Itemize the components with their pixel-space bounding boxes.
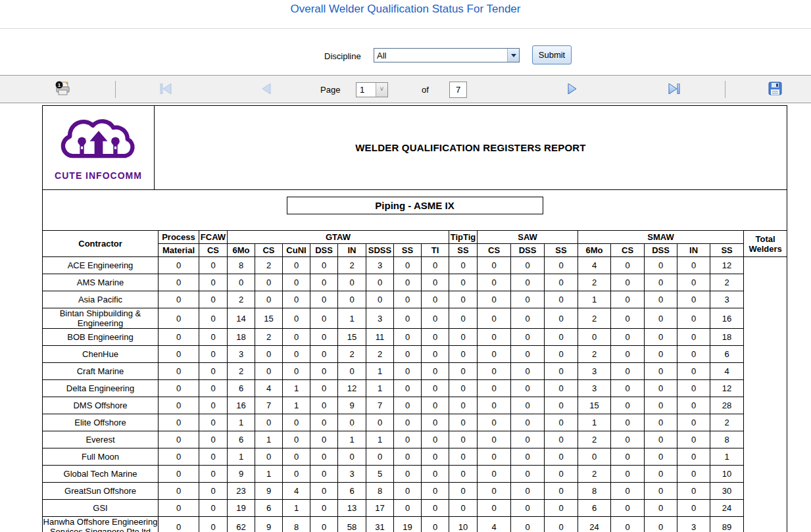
count-cell: 0 (199, 274, 228, 291)
count-cell: 0 (449, 363, 478, 380)
count-cell: 0 (255, 363, 283, 380)
current-page-value: 1 (356, 83, 376, 97)
count-cell: 3 (366, 257, 394, 274)
toolbar-divider (725, 81, 725, 98)
count-cell: 0 (511, 500, 545, 517)
count-cell: 0 (645, 517, 677, 532)
next-page-button[interactable] (567, 84, 578, 96)
first-page-button[interactable] (160, 84, 172, 96)
print-button[interactable]: 1 (54, 80, 71, 99)
count-cell: 0 (578, 329, 611, 346)
total-cell: 12 (710, 257, 744, 274)
contractor-cell: DMS Offshore (43, 397, 159, 414)
count-cell: 0 (283, 466, 310, 483)
count-cell: 1 (283, 380, 310, 397)
count-cell: 31 (366, 517, 394, 532)
count-cell: 0 (511, 329, 545, 346)
count-cell: 0 (645, 414, 677, 431)
material-subheader: 6Mo (578, 244, 611, 257)
material-subheader: DSS (310, 244, 338, 257)
total-cell: 24 (710, 500, 744, 517)
contractor-cell: Everest (43, 431, 159, 448)
discipline-dropdown-button[interactable] (507, 49, 519, 62)
count-cell: 0 (449, 346, 478, 363)
count-cell: 0 (394, 274, 422, 291)
last-page-button[interactable] (668, 84, 681, 96)
count-cell: 0 (422, 397, 449, 414)
count-cell: 0 (611, 448, 645, 466)
count-cell: 8 (283, 517, 310, 532)
count-cell: 0 (310, 397, 338, 414)
count-cell: 0 (422, 257, 449, 274)
count-cell: 0 (228, 274, 255, 291)
count-cell: 0 (199, 431, 228, 448)
count-cell: 0 (645, 500, 677, 517)
count-cell: 0 (366, 448, 394, 466)
discipline-select[interactable]: All (374, 48, 520, 62)
count-cell: 0 (394, 363, 422, 380)
count-cell: 0 (449, 329, 478, 346)
contractor-cell: Global Tech Marine (43, 466, 159, 483)
count-cell: 0 (338, 414, 366, 431)
contractor-cell: GreatSun Offshore (43, 483, 159, 500)
page-select[interactable]: 1 ˅ (356, 82, 388, 97)
previous-page-icon (261, 86, 272, 96)
count-cell: 0 (478, 380, 511, 397)
report-title: WELDER QUALIFICATION REGISTERS REPORT (355, 142, 585, 153)
count-cell: 0 (310, 363, 338, 380)
save-export-button[interactable] (768, 82, 782, 97)
count-cell: 0 (310, 308, 338, 329)
count-cell: 0 (338, 363, 366, 380)
count-cell: 3 (228, 346, 255, 363)
previous-page-button[interactable] (261, 84, 272, 96)
count-cell: 0 (677, 346, 710, 363)
count-cell: 0 (199, 346, 228, 363)
count-cell: 0 (645, 397, 677, 414)
count-cell: 0 (645, 363, 677, 380)
count-cell: 0 (394, 431, 422, 448)
count-cell: 0 (449, 397, 478, 414)
count-cell: 0 (545, 483, 578, 500)
count-cell: 0 (478, 329, 511, 346)
count-cell: 0 (545, 500, 578, 517)
total-cell: 2 (710, 414, 744, 431)
material-subheader: CS (255, 244, 283, 257)
count-cell: 0 (677, 291, 710, 308)
page-select-dropdown-button[interactable]: ˅ (376, 83, 387, 97)
count-cell: 0 (310, 517, 338, 532)
count-cell: 0 (366, 291, 394, 308)
count-cell: 0 (611, 291, 645, 308)
count-cell: 0 (611, 380, 645, 397)
count-cell: 0 (422, 431, 449, 448)
count-cell: 0 (611, 346, 645, 363)
count-cell: 0 (645, 274, 677, 291)
count-cell: 4 (478, 517, 511, 532)
count-cell: 0 (283, 308, 310, 329)
count-cell: 0 (449, 483, 478, 500)
submit-button[interactable]: Submit (532, 45, 572, 64)
count-cell: 0 (511, 414, 545, 431)
material-subheader: 6Mo (228, 244, 255, 257)
count-cell: 14 (228, 308, 255, 329)
chevron-down-icon: ˅ (380, 85, 384, 93)
count-cell: 0 (545, 414, 578, 431)
table-row: Elite Offshore0010000000000010002 (43, 414, 787, 431)
total-cell: 1 (710, 448, 744, 466)
count-cell: 1 (338, 431, 366, 448)
count-cell: 0 (159, 483, 199, 500)
count-cell: 0 (449, 308, 478, 329)
count-cell: 0 (283, 291, 310, 308)
count-cell: 3 (338, 466, 366, 483)
contractor-cell: BOB Engineering (43, 329, 159, 346)
count-cell: 0 (545, 380, 578, 397)
count-cell: 0 (199, 308, 228, 329)
count-cell: 0 (394, 329, 422, 346)
count-cell: 0 (310, 257, 338, 274)
count-cell: 0 (366, 414, 394, 431)
total-cell: 28 (710, 397, 744, 414)
total-cell: 18 (710, 329, 744, 346)
count-cell: 2 (578, 431, 611, 448)
contractor-cell: Asia Pacific (43, 291, 159, 308)
count-cell: 12 (338, 380, 366, 397)
count-cell: 0 (545, 329, 578, 346)
